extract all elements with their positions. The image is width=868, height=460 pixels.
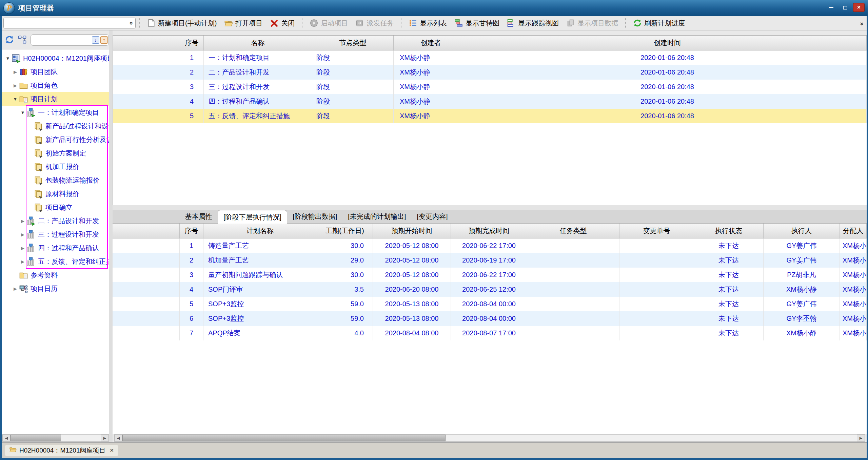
cell-seq: 6: [180, 311, 203, 326]
tree-item[interactable]: ▼H02H00004：M1201阀座项目: [2, 51, 109, 65]
column-header[interactable]: 工期(工作日): [317, 224, 373, 238]
expand-toggle-icon[interactable]: ▶: [20, 232, 26, 237]
tree-item-label: 包装物流运输报价: [45, 176, 100, 185]
toolbar-overflow-chevron-icon[interactable]: »: [858, 22, 865, 25]
search-next-button[interactable]: ↓: [92, 36, 99, 44]
scrollbar-thumb[interactable]: [11, 435, 61, 441]
close-window-button[interactable]: ×: [853, 3, 865, 12]
minimize-button[interactable]: [825, 3, 837, 12]
column-header[interactable]: 创建者: [394, 36, 468, 50]
column-header[interactable]: 计划名称: [203, 224, 317, 238]
expand-toggle-icon[interactable]: ▼: [5, 56, 11, 61]
column-header[interactable]: 序号: [180, 224, 203, 238]
tree-item[interactable]: 初始方案制定: [2, 146, 109, 160]
tab-detail-2[interactable]: [阶段输出数据]: [287, 210, 342, 223]
folder-icon: [19, 81, 28, 90]
new-project-button[interactable]: 新建项目(手动计划): [143, 17, 220, 29]
stage-row[interactable]: 2二：产品设计和开发阶段XM杨小静2020-01-06 20:48: [113, 65, 867, 80]
cell-executor: XM杨小静: [764, 326, 840, 340]
column-header[interactable]: 创建时间: [468, 36, 867, 50]
tree-item[interactable]: ▶项目团队: [2, 65, 109, 79]
tab-detail-4[interactable]: [变更内容]: [411, 210, 453, 223]
cell-seq: 7: [180, 326, 203, 340]
combobox-chevron-icon[interactable]: »: [127, 21, 135, 24]
expand-toggle-icon[interactable]: ▶: [12, 69, 18, 75]
tree-item[interactable]: ▶三：过程设计和开发: [2, 228, 109, 241]
scroll-right-icon[interactable]: ▶: [101, 435, 109, 441]
expand-toggle-icon[interactable]: ▼: [20, 110, 26, 115]
tree-item[interactable]: ▶五：反馈、评定和纠正措施: [2, 255, 109, 268]
expand-toggle-icon[interactable]: ▶: [12, 286, 18, 291]
tree-item[interactable]: 项目确立: [2, 201, 109, 214]
expand-toggle-icon[interactable]: ▶: [20, 218, 26, 224]
stage-row[interactable]: 3三：过程设计和开发阶段XM杨小静2020-01-06 20:48: [113, 80, 867, 94]
column-header[interactable]: 执行人: [764, 224, 840, 238]
plan-task-row[interactable]: 1铸造量产工艺30.02020-05-12 08:002020-06-22 17…: [113, 238, 867, 253]
scroll-right-icon[interactable]: ▶: [857, 435, 865, 441]
show-gantt-button[interactable]: 显示甘特图: [451, 17, 503, 29]
show-list-button[interactable]: 显示列表: [405, 17, 451, 29]
cell-name: 五：反馈、评定和纠正措施: [204, 109, 312, 123]
tree-item[interactable]: 新产品可行性分析及设计评审/项: [2, 133, 109, 146]
cell-seq: 5: [180, 297, 203, 311]
project-selector-combobox[interactable]: »: [3, 18, 136, 28]
tree-item[interactable]: 机加工报价: [2, 160, 109, 173]
cell-finish: 2020-06-25 12:00: [451, 282, 527, 297]
close-project-tab-icon[interactable]: ✕: [110, 447, 114, 454]
plan-task-row[interactable]: 7APQP结案4.02020-08-04 08:002020-08-07 17:…: [113, 326, 867, 340]
column-header[interactable]: 任务类型: [527, 224, 619, 238]
expand-toggle-icon[interactable]: ▶: [12, 83, 18, 88]
column-header[interactable]: 预期开始时间: [373, 224, 451, 238]
tree-item[interactable]: 新产品/过程设计和设计来源: [2, 119, 109, 133]
tab-detail-3[interactable]: [未完成的计划输出]: [342, 210, 411, 223]
stage-row[interactable]: 5五：反馈、评定和纠正措施阶段XM杨小静2020-01-06 20:48: [113, 109, 867, 123]
tree-item[interactable]: 包装物流运输报价: [2, 173, 109, 187]
open-project-button[interactable]: 打开项目: [220, 17, 266, 29]
maximize-button[interactable]: [839, 3, 851, 12]
tree-item[interactable]: ▶项目日历: [2, 282, 109, 295]
column-header[interactable]: 预期完成时间: [451, 224, 527, 238]
expand-toggle-icon[interactable]: ▶: [20, 246, 26, 251]
scroll-left-icon[interactable]: ◀: [114, 435, 122, 441]
column-header[interactable]: 序号: [180, 36, 204, 50]
cell-assigner: XM杨小静: [840, 268, 867, 282]
column-header[interactable]: 执行状态: [694, 224, 764, 238]
tree-item[interactable]: ▼项目计划: [2, 92, 109, 106]
scroll-left-icon[interactable]: ◀: [2, 435, 11, 441]
tree-item[interactable]: ▶二：产品设计和开发: [2, 214, 109, 228]
open-project-tab[interactable]: H02H00004：M1201阀座项目 ✕: [5, 445, 118, 456]
tab-detail-1[interactable]: [阶段下层执行情况]: [218, 210, 287, 224]
column-header[interactable]: 分配人: [840, 224, 867, 238]
tree-org-view-button[interactable]: [18, 35, 28, 45]
plan-task-row[interactable]: 5SOP+3监控59.02020-05-13 08:002020-08-04 0…: [113, 297, 867, 311]
plan-task-row[interactable]: 4SOP门评审3.52020-06-20 08:002020-06-25 12:…: [113, 282, 867, 297]
tree-item[interactable]: 参考资料: [2, 268, 109, 282]
tree-item-label: 新产品可行性分析及设计评审/项: [45, 135, 109, 144]
cell-created: 2020-01-06 20:48: [468, 65, 867, 80]
toolbar-button-label: 显示项目数据: [577, 19, 618, 28]
close-button[interactable]: 关闭: [266, 17, 298, 29]
panel-splitter[interactable]: [109, 30, 113, 442]
column-header[interactable]: 名称: [204, 36, 312, 50]
column-header[interactable]: 节点类型: [312, 36, 394, 50]
refresh-progress-button[interactable]: 刷新计划进度: [629, 17, 689, 29]
tree-item[interactable]: 原材料报价: [2, 187, 109, 201]
horizontal-splitter[interactable]: [113, 205, 867, 210]
cell-duration: 29.0: [317, 253, 373, 268]
expand-toggle-icon[interactable]: ▼: [12, 97, 18, 102]
scrollbar-thumb[interactable]: [122, 435, 446, 441]
tree-refresh-button[interactable]: [5, 35, 15, 45]
tree-item[interactable]: ▶四：过程和产品确认: [2, 241, 109, 255]
stage-row[interactable]: 1一：计划和确定项目阶段XM杨小静2020-01-06 20:48: [113, 50, 867, 65]
tree-item[interactable]: ▶项目角色: [2, 79, 109, 92]
stage-row[interactable]: 4四：过程和产品确认阶段XM杨小静2020-01-06 20:48: [113, 94, 867, 109]
plan-task-row[interactable]: 6SOP+3监控59.02020-05-13 08:002020-08-04 0…: [113, 311, 867, 326]
show-track-view-button[interactable]: 显示跟踪视图: [503, 17, 563, 29]
tab-basic-props[interactable]: 基本属性: [180, 210, 218, 223]
plan-task-row[interactable]: 3量产初期问题跟踪与确认30.02020-05-12 08:002020-06-…: [113, 268, 867, 282]
column-header[interactable]: 变更单号: [619, 224, 694, 238]
plan-task-row[interactable]: 2机加量产工艺29.02020-05-12 08:002020-06-19 17…: [113, 253, 867, 268]
tree-item[interactable]: ▼一：计划和确定项目: [2, 106, 109, 119]
search-prev-button[interactable]: ↑: [100, 36, 108, 44]
expand-toggle-icon[interactable]: ▶: [20, 259, 26, 264]
